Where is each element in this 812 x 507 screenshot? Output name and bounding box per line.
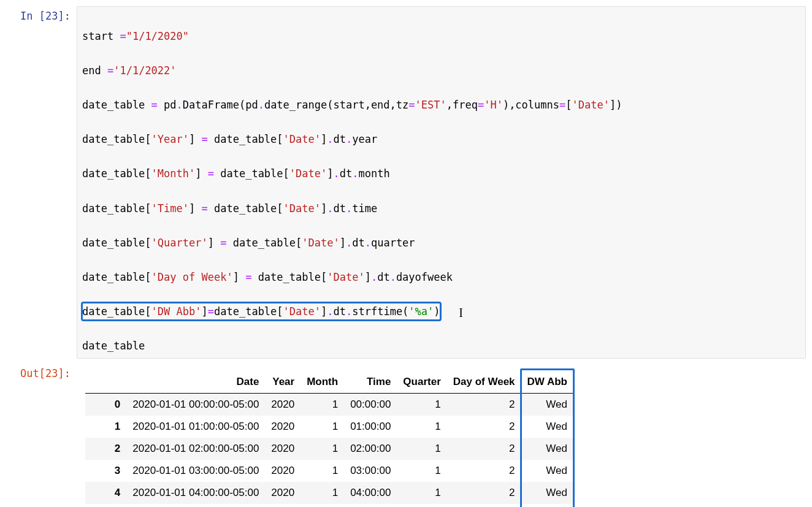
token: dayofweek (396, 271, 453, 283)
cell-time: 04:00:00 (344, 482, 397, 504)
code-line-9: date_table (82, 337, 800, 354)
cell-quarter: 1 (397, 460, 446, 482)
col-month: Month (301, 371, 344, 394)
cell-time: 01:00:00 (344, 416, 397, 438)
token: ] (189, 202, 201, 215)
input-prompt: In [23]: (6, 6, 77, 22)
token: . (327, 202, 333, 215)
token: 'H' (484, 99, 503, 111)
token: ] (321, 305, 327, 318)
table-header-row: Date Year Month Time Quarter Day of Week… (85, 371, 573, 394)
token: = (478, 99, 484, 111)
token: = (220, 237, 226, 249)
cell-time: 03:00:00 (344, 460, 397, 482)
cell-dow: 2 (447, 460, 521, 482)
cell-month: 1 (301, 460, 344, 482)
cell-year: 2020 (265, 393, 301, 416)
token: . (365, 237, 371, 249)
token: = (208, 167, 214, 180)
col-quarter: Quarter (397, 371, 446, 394)
token: dt (377, 271, 389, 283)
code-line-6: date_table['Quarter'] = date_table['Date… (82, 234, 800, 251)
token: . (327, 133, 333, 145)
cell-year: ... (265, 504, 301, 507)
token: time (352, 202, 377, 215)
cell-dwabb: Wed (521, 438, 573, 460)
token: ] (189, 133, 201, 145)
code-line-2: date_table = pd.DataFrame(pd.date_range(… (82, 96, 800, 113)
token: ] (327, 167, 333, 180)
token: ,freq (446, 99, 478, 111)
col-date: Date (126, 371, 265, 394)
code-line-3: date_table['Year'] = date_table['Date'].… (82, 131, 800, 148)
cell-month: 1 (301, 482, 344, 504)
token: = (151, 99, 158, 111)
token: 'Date' (572, 99, 610, 111)
table-row: 32020-01-01 03:00:00-05:002020103:00:001… (85, 460, 573, 482)
token: dt (352, 237, 364, 249)
token: date_table[ (82, 237, 151, 249)
token: end (82, 64, 107, 77)
token: 'Quarter' (151, 237, 208, 249)
cell-dow: 2 (447, 393, 521, 416)
token: 'Date' (327, 271, 364, 283)
token: date_table (82, 99, 151, 111)
token: year (352, 133, 377, 145)
token: date_table[ (214, 167, 289, 180)
cell-dwabb: ... (521, 504, 573, 507)
cell-date: 2020-01-01 03:00:00-05:00 (126, 460, 265, 482)
cell-year: 2020 (265, 460, 301, 482)
token: 'Date' (283, 202, 321, 215)
token: month (358, 167, 389, 180)
token: . (390, 271, 396, 283)
token: = (408, 99, 415, 111)
cell-date: ... (126, 504, 265, 507)
token: start (82, 30, 120, 42)
token: ) (434, 305, 440, 318)
token: = (559, 99, 565, 111)
cell-dow: ... (447, 504, 521, 507)
text-cursor-icon: I (459, 303, 463, 323)
cell-month: 1 (301, 438, 344, 460)
cell-date: 2020-01-01 02:00:00-05:00 (126, 438, 265, 460)
cell-time: 02:00:00 (344, 438, 397, 460)
token: = (208, 305, 214, 318)
token: quarter (371, 237, 415, 249)
table-row: 22020-01-01 02:00:00-05:002020102:00:001… (85, 438, 573, 460)
token: . (258, 99, 264, 111)
cell-quarter: ... (397, 504, 446, 507)
highlighted-code-box: date_table['DW Abb']=date_table['Date'].… (82, 303, 440, 320)
token: . (346, 237, 352, 249)
token: ] (233, 271, 245, 283)
token: dt (334, 133, 346, 145)
cell-dwabb: Wed (521, 460, 573, 482)
token: date_table[ (226, 237, 302, 249)
token: ),columns (503, 99, 559, 111)
token: pd (158, 99, 177, 111)
token: 'Month' (151, 167, 196, 180)
token: ] (321, 133, 327, 145)
token: '%a' (408, 305, 434, 318)
row-index: 2 (85, 438, 126, 460)
cell-dwabb: Wed (521, 393, 573, 416)
code-line-0: start ="1/1/2020" (82, 28, 800, 45)
cell-year: 2020 (265, 438, 301, 460)
token: . (346, 305, 352, 318)
cell-month: ... (301, 504, 344, 507)
token: 'Date' (302, 237, 339, 249)
table-row: 42020-01-01 04:00:00-05:002020104:00:001… (85, 482, 573, 504)
output-area: Date Year Month Time Quarter Day of Week… (77, 364, 806, 507)
cell-quarter: 1 (397, 438, 446, 460)
token: date_table (82, 340, 145, 352)
token: date_table[ (214, 305, 283, 318)
token: date_table[ (82, 305, 151, 318)
code-input-area[interactable]: start ="1/1/2020" end ='1/1/2022' date_t… (77, 6, 806, 359)
token: ] (208, 237, 220, 249)
token: date_table[ (82, 133, 151, 145)
token: = (107, 64, 113, 77)
token: . (346, 202, 352, 215)
token: date_table[ (82, 202, 151, 215)
code-line-7: date_table['Day of Week'] = date_table['… (82, 269, 800, 286)
token: . (177, 99, 183, 111)
token: date_table[ (251, 271, 327, 283)
